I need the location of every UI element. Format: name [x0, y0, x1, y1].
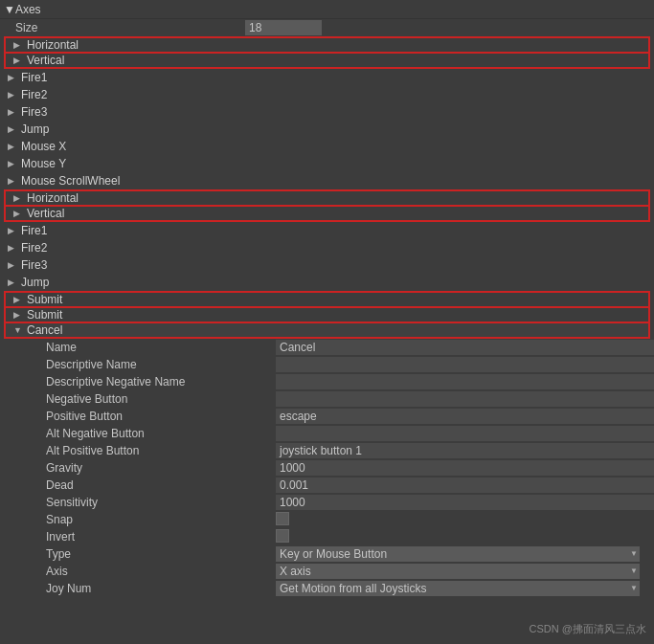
prop-value-type[interactable]: Key or Mouse Button ▼: [276, 546, 640, 562]
prop-value-axis[interactable]: X axis ▼: [276, 564, 640, 579]
label-mousex: Mouse X: [21, 140, 66, 153]
property-row-invert: Invert: [0, 528, 654, 545]
checkbox-invert[interactable]: [276, 529, 289, 543]
joynum-value-text: Get Motion from all Joysticks: [280, 581, 426, 596]
tree-item-fire2-2[interactable]: ▶ Fire2: [0, 239, 654, 256]
prop-label-gravity: Gravity: [46, 461, 276, 475]
arrow-vertical-2: ▶: [13, 209, 23, 218]
prop-label-descriptive-negative-name: Descriptive Negative Name: [46, 375, 276, 389]
label-fire2-2: Fire2: [21, 241, 47, 255]
checkbox-snap[interactable]: [276, 512, 289, 525]
property-row-positive-button: Positive Button escape: [0, 408, 654, 425]
size-row: Size 18: [0, 19, 654, 36]
property-row-axis: Axis X axis ▼: [0, 563, 654, 580]
label-fire1-1: Fire1: [21, 71, 47, 84]
arrow-jump-2: ▶: [8, 278, 17, 287]
tree-item-fire1-1[interactable]: ▶ Fire1: [0, 69, 654, 86]
axes-header[interactable]: ▼ Axes: [0, 0, 654, 19]
prop-value-sensitivity[interactable]: 1000: [276, 495, 654, 510]
label-submit-1: Submit: [27, 293, 62, 306]
prop-value-positive-button[interactable]: escape: [276, 409, 654, 424]
arrow-fire3-1: ▶: [8, 107, 17, 117]
prop-label-descriptive-name: Descriptive Name: [46, 358, 276, 371]
tree-item-vertical-2[interactable]: ▶ Vertical: [4, 205, 650, 222]
cancel-properties-section: Name Cancel Descriptive Name Descriptive…: [0, 339, 654, 597]
axis-dropdown-arrow: ▼: [630, 564, 638, 579]
prop-label-invert: Invert: [46, 530, 276, 544]
prop-label-type: Type: [46, 547, 276, 561]
label-vertical-1: Vertical: [27, 54, 64, 67]
prop-label-axis: Axis: [46, 565, 276, 578]
tree-item-fire3-2[interactable]: ▶ Fire3: [0, 256, 654, 274]
prop-label-alt-negative-button: Alt Negative Button: [46, 427, 276, 440]
property-row-negative-button: Negative Button: [0, 390, 654, 408]
size-value[interactable]: 18: [245, 20, 322, 35]
label-mousey: Mouse Y: [21, 157, 66, 170]
axes-arrow: ▼: [4, 3, 15, 16]
property-row-dead: Dead 0.001: [0, 477, 654, 494]
tree-container: ▶ Horizontal ▶ Vertical ▶ Fire1 ▶ Fire2 …: [0, 36, 654, 597]
joynum-dropdown-arrow: ▼: [630, 581, 638, 596]
arrow-mousex: ▶: [8, 142, 17, 151]
label-submit-2: Submit: [27, 308, 62, 322]
tree-item-mousescroll[interactable]: ▶ Mouse ScrollWheel: [0, 172, 654, 189]
property-row-descriptive-negative-name: Descriptive Negative Name: [0, 373, 654, 390]
tree-item-fire3-1[interactable]: ▶ Fire3: [0, 103, 654, 121]
tree-item-fire1-2[interactable]: ▶ Fire1: [0, 222, 654, 239]
axis-value-text: X axis: [280, 564, 311, 579]
prop-label-joynum: Joy Num: [46, 582, 276, 595]
prop-value-joynum[interactable]: Get Motion from all Joysticks ▼: [276, 581, 640, 596]
prop-label-sensitivity: Sensitivity: [46, 496, 276, 509]
property-row-gravity: Gravity 1000: [0, 459, 654, 477]
prop-value-dead[interactable]: 0.001: [276, 477, 654, 493]
prop-value-gravity[interactable]: 1000: [276, 460, 654, 476]
arrow-fire2-1: ▶: [8, 90, 17, 100]
prop-label-name: Name: [46, 341, 276, 354]
property-row-alt-positive-button: Alt Positive Button joystick button 1: [0, 442, 654, 459]
property-row-type: Type Key or Mouse Button ▼: [0, 545, 654, 563]
arrow-horizontal-2: ▶: [13, 193, 23, 203]
arrow-fire1-1: ▶: [8, 73, 17, 82]
type-value-text: Key or Mouse Button: [280, 546, 387, 562]
label-cancel: Cancel: [27, 323, 62, 337]
arrow-fire3-2: ▶: [8, 260, 17, 270]
tree-item-mousex[interactable]: ▶ Mouse X: [0, 138, 654, 155]
arrow-mousey: ▶: [8, 159, 17, 168]
prop-value-alt-negative-button[interactable]: [276, 426, 654, 441]
prop-value-descriptive-negative-name[interactable]: [276, 374, 654, 389]
arrow-cancel: ▼: [13, 325, 23, 335]
type-dropdown-arrow: ▼: [630, 546, 638, 562]
property-row-joynum: Joy Num Get Motion from all Joysticks ▼: [0, 580, 654, 597]
prop-value-descriptive-name[interactable]: [276, 357, 654, 372]
arrow-mousescroll: ▶: [8, 176, 17, 186]
arrow-submit-2: ▶: [13, 310, 23, 320]
group-h1-v1: ▶ Horizontal ▶ Vertical: [0, 36, 654, 69]
property-row-alt-negative-button: Alt Negative Button: [0, 425, 654, 442]
prop-value-invert[interactable]: [276, 529, 289, 545]
prop-value-name[interactable]: Cancel: [276, 340, 654, 355]
property-row-descriptive-name: Descriptive Name: [0, 356, 654, 373]
prop-value-negative-button[interactable]: [276, 391, 654, 407]
size-label: Size: [15, 21, 245, 34]
prop-label-snap: Snap: [46, 513, 276, 526]
tree-item-jump-2[interactable]: ▶ Jump: [0, 274, 654, 291]
prop-label-dead: Dead: [46, 478, 276, 492]
arrow-jump-1: ▶: [8, 124, 17, 134]
tree-item-jump-1[interactable]: ▶ Jump: [0, 121, 654, 138]
arrow-submit-1: ▶: [13, 295, 23, 304]
tree-item-vertical-1[interactable]: ▶ Vertical: [4, 52, 650, 69]
prop-value-snap[interactable]: [276, 512, 289, 528]
label-jump-1: Jump: [21, 122, 49, 136]
prop-value-alt-positive-button[interactable]: joystick button 1: [276, 443, 654, 458]
label-vertical-2: Vertical: [27, 207, 64, 220]
watermark: CSDN @拂面清风三点水: [530, 622, 646, 636]
prop-label-negative-button: Negative Button: [46, 392, 276, 406]
prop-label-alt-positive-button: Alt Positive Button: [46, 444, 276, 457]
tree-item-cancel[interactable]: ▼ Cancel: [4, 322, 650, 339]
tree-item-fire2-1[interactable]: ▶ Fire2: [0, 86, 654, 103]
tree-item-mousey[interactable]: ▶ Mouse Y: [0, 155, 654, 172]
property-row-sensitivity: Sensitivity 1000: [0, 494, 654, 511]
label-jump-2: Jump: [21, 276, 49, 289]
arrow-fire1-2: ▶: [8, 226, 17, 235]
property-row-snap: Snap: [0, 511, 654, 528]
